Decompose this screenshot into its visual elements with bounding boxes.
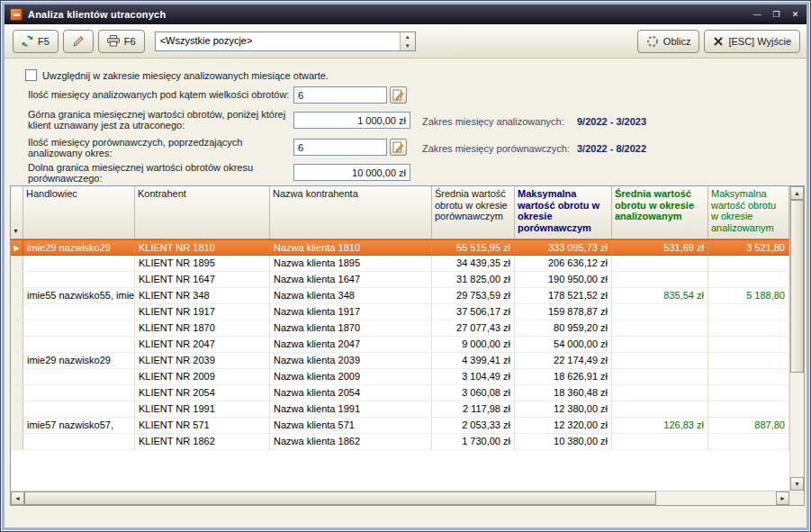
row-indicator	[11, 353, 23, 368]
cell-maksymalna-analizowany: 887,80	[708, 418, 789, 433]
cell-maksymalna-analizowany	[708, 272, 789, 287]
cell-maksymalna-porownawczy: 159 878,87 zł	[515, 304, 612, 320]
table-row[interactable]: KLIENT NR 2047Nazwa klienta 20479 000,00…	[11, 337, 789, 353]
cell-srednia-porownawczy: 9 000,00 zł	[432, 337, 515, 352]
refresh-icon	[22, 35, 33, 47]
exit-x-icon	[713, 36, 724, 47]
maximize-button[interactable]: ❐	[769, 8, 784, 22]
table-row[interactable]: imie29 nazwisko29KLIENT NR 2039Nazwa kli…	[11, 353, 789, 369]
param-lower-limit-label: Dolna granica miesięcznej wartości obrot…	[28, 162, 292, 184]
column-header-nazwa-kontrahenta[interactable]: Nazwa kontrahenta	[270, 186, 432, 239]
cell-handlowiec	[23, 304, 135, 320]
cell-maksymalna-porownawczy: 12 320,00 zł	[515, 418, 612, 433]
cell-maksymalna-porownawczy: 22 174,49 zł	[515, 353, 612, 368]
close-button[interactable]: ✕	[788, 8, 803, 22]
cell-srednia-analizowany	[612, 369, 708, 384]
horizontal-scrollbar[interactable]: ◄ ►	[11, 491, 789, 505]
table-row[interactable]: imie55 nazwisko55, imie2KLIENT NR 348Naz…	[11, 288, 789, 304]
window-title: Analiza klientów utraconych	[28, 9, 166, 20]
column-header-srednia-analizowany[interactable]: Średnia wartość obrotu w okresie analizo…	[612, 186, 708, 239]
print-key-label: F6	[124, 36, 136, 47]
column-header-maksymalna-porownawczy[interactable]: Maksymalna wartość obrotu w okresie poró…	[515, 186, 612, 239]
scroll-right-icon[interactable]: ►	[776, 491, 789, 505]
refresh-key-label: F5	[38, 36, 50, 47]
spin-down-icon[interactable]: ▼	[401, 41, 415, 50]
table-row[interactable]: KLIENT NR 1917Nazwa klienta 191737 506,1…	[11, 304, 789, 320]
cell-srednia-analizowany: 531,69 zł	[612, 240, 708, 255]
cell-kontrahent: KLIENT NR 1810	[135, 240, 270, 255]
table-row[interactable]: KLIENT NR 1647Nazwa klienta 164731 825,0…	[11, 272, 789, 288]
cell-srednia-analizowany	[612, 256, 708, 271]
table-row[interactable]: imie57 nazwisko57,KLIENT NR 571Nazwa kli…	[11, 418, 789, 434]
calculate-button[interactable]: Oblicz	[637, 30, 700, 53]
exit-label: [ESC] Wyjście	[728, 36, 791, 47]
cell-kontrahent: KLIENT NR 571	[135, 418, 270, 433]
cell-kontrahent: KLIENT NR 1991	[135, 401, 270, 417]
column-header-kontrahent[interactable]: Kontrahent	[135, 186, 270, 239]
cell-maksymalna-analizowany	[708, 369, 789, 384]
cell-maksymalna-porownawczy: 10 380,00 zł	[515, 434, 612, 449]
cell-srednia-porownawczy: 29 753,59 zł	[432, 288, 515, 303]
filter-arrow-icon[interactable]: ▼	[13, 226, 19, 238]
cell-nazwa-kontrahenta: Nazwa klienta 2047	[270, 337, 432, 352]
cell-srednia-porownawczy: 2 053,33 zł	[432, 418, 515, 433]
cell-handlowiec	[23, 385, 135, 401]
table-row[interactable]: KLIENT NR 1991Nazwa klienta 19912 117,98…	[11, 401, 789, 418]
cell-maksymalna-analizowany	[708, 256, 789, 271]
spin-up-icon[interactable]: ▲	[401, 32, 415, 41]
table-row-selected[interactable]: ▶imie29 nazwisko29KLIENT NR 1810Nazwa kl…	[11, 239, 789, 256]
analyzed-range-value: 9/2022 - 3/2023	[577, 116, 646, 127]
minimize-button[interactable]: —	[750, 8, 765, 22]
position-filter-combo[interactable]: <Wszystkie pozycje> ▲ ▼	[155, 32, 416, 51]
cell-maksymalna-porownawczy: 178 521,52 zł	[515, 288, 612, 303]
column-header-maksymalna-analizowany[interactable]: Maksymalna wartość obrotu w okresie anal…	[708, 186, 789, 239]
window-controls: — ❐ ✕	[750, 8, 803, 22]
scroll-down-icon[interactable]: ▼	[790, 477, 804, 491]
scroll-up-icon[interactable]: ▲	[790, 186, 804, 200]
comparative-months-input[interactable]	[293, 139, 387, 156]
cell-maksymalna-analizowany	[708, 385, 789, 401]
vertical-scrollbar[interactable]: ▲ ▼	[789, 186, 804, 491]
cell-kontrahent: KLIENT NR 2054	[135, 385, 270, 401]
grid-indicator-header[interactable]: ▼	[11, 186, 23, 239]
cell-nazwa-kontrahenta: Nazwa klienta 1862	[270, 434, 432, 449]
column-header-srednia-porownawczy[interactable]: Średnia wartość obrotu w okresie porówna…	[432, 186, 515, 239]
titlebar: Analiza klientów utraconych — ❐ ✕	[5, 5, 808, 24]
analyzed-months-input[interactable]	[293, 86, 387, 104]
cell-srednia-analizowany	[612, 353, 708, 368]
analyzed-months-edit-button[interactable]	[390, 86, 407, 104]
resize-grip[interactable]	[792, 513, 804, 525]
exit-button[interactable]: [ESC] Wyjście	[704, 30, 800, 53]
table-row[interactable]: KLIENT NR 1895Nazwa klienta 189534 439,3…	[11, 256, 789, 272]
cell-srednia-analizowany	[612, 304, 708, 320]
edit-button[interactable]	[63, 30, 94, 53]
refresh-f5-button[interactable]: F5	[13, 30, 59, 53]
lower-limit-input[interactable]	[293, 164, 410, 181]
table-row[interactable]: KLIENT NR 2009Nazwa klienta 20093 104,49…	[11, 369, 789, 385]
vertical-scroll-thumb[interactable]	[790, 200, 804, 373]
row-indicator-arrow-icon: ▶	[11, 240, 23, 255]
cell-srednia-analizowany	[612, 401, 708, 417]
cell-nazwa-kontrahenta: Nazwa klienta 2054	[270, 385, 432, 401]
calculate-icon	[646, 35, 659, 48]
upper-limit-input[interactable]	[293, 112, 410, 129]
open-months-checkbox[interactable]	[25, 69, 37, 81]
row-indicator	[11, 320, 23, 336]
horizontal-scroll-thumb[interactable]	[24, 491, 656, 505]
table-row[interactable]: KLIENT NR 1862Nazwa klienta 18621 730,00…	[11, 434, 789, 450]
param-analyzed-months-label: Ilość miesięcy analizowanych pod kątem w…	[28, 89, 292, 100]
comparative-months-edit-button[interactable]	[390, 139, 407, 156]
row-indicator	[11, 434, 23, 449]
table-row[interactable]: KLIENT NR 1870Nazwa klienta 187027 077,4…	[11, 320, 789, 337]
scroll-left-icon[interactable]: ◄	[11, 491, 24, 505]
print-f6-button[interactable]: F6	[98, 30, 145, 53]
cell-maksymalna-analizowany: 5 188,80	[708, 288, 789, 303]
printer-icon	[107, 35, 120, 47]
column-header-handlowiec[interactable]: Handlowiec	[23, 186, 135, 239]
row-indicator	[11, 304, 23, 320]
table-row[interactable]: KLIENT NR 2054Nazwa klienta 20543 060,08…	[11, 385, 789, 401]
cell-handlowiec	[23, 272, 135, 287]
cell-srednia-porownawczy: 27 077,43 zł	[432, 320, 515, 336]
param-upper-limit-label: Górna granica miesięcznej wartości obrot…	[28, 109, 292, 131]
cell-nazwa-kontrahenta: Nazwa klienta 348	[270, 288, 432, 303]
